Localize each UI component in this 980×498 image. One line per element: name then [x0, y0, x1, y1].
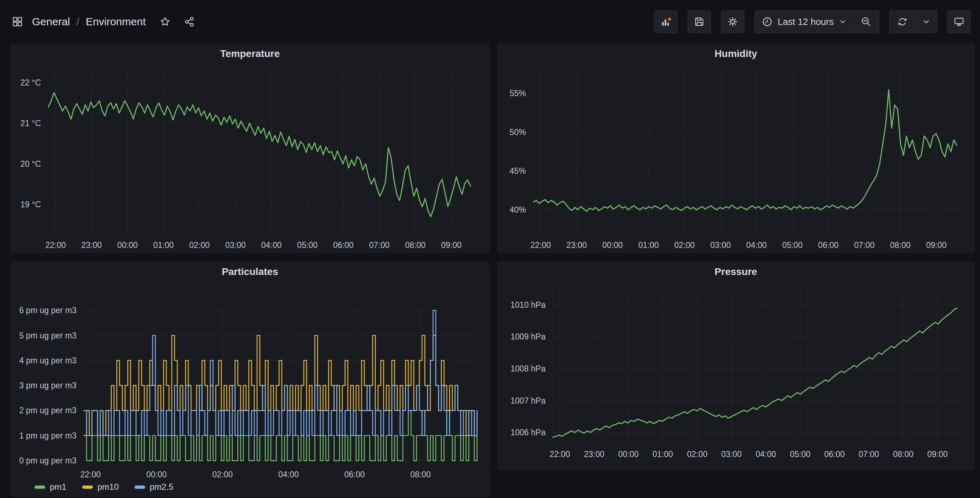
- legend-label: pm2.5: [150, 482, 173, 492]
- time-range-label: Last 12 hours: [778, 16, 834, 27]
- refresh-interval-dropdown[interactable]: [915, 11, 937, 33]
- svg-text:05:00: 05:00: [782, 241, 803, 250]
- svg-text:09:00: 09:00: [926, 241, 947, 250]
- svg-text:1009 hPa: 1009 hPa: [511, 332, 546, 341]
- clock-icon: [762, 16, 773, 27]
- svg-text:06:00: 06:00: [333, 241, 354, 250]
- svg-text:01:00: 01:00: [153, 241, 174, 250]
- svg-text:23:00: 23:00: [566, 241, 587, 250]
- chevron-down-icon: [923, 18, 930, 25]
- panel-particulates: Particulates 0 pm ug per m31 pm ug per m…: [11, 262, 489, 496]
- svg-text:08:00: 08:00: [890, 241, 911, 250]
- chart-svg: 40%45%50%55%22:0023:0000:0001:0002:0003:…: [498, 44, 974, 252]
- svg-text:08:00: 08:00: [405, 241, 426, 250]
- svg-text:00:00: 00:00: [618, 450, 639, 459]
- svg-text:01:00: 01:00: [638, 241, 659, 250]
- breadcrumb-separator: /: [76, 16, 80, 28]
- save-icon: [694, 16, 705, 27]
- add-panel-button[interactable]: [654, 10, 678, 33]
- save-dashboard-button[interactable]: [687, 10, 711, 33]
- svg-text:1008 hPa: 1008 hPa: [511, 364, 546, 374]
- svg-text:09:00: 09:00: [928, 450, 948, 459]
- dashboard-header: General / Environment: [0, 0, 980, 43]
- legend-item-pm10[interactable]: pm10: [82, 482, 119, 492]
- svg-text:02:00: 02:00: [687, 450, 708, 459]
- svg-text:22:00: 22:00: [45, 241, 66, 250]
- svg-text:04:00: 04:00: [746, 241, 767, 250]
- svg-text:05:00: 05:00: [790, 450, 811, 459]
- svg-text:55%: 55%: [509, 89, 526, 98]
- panel-humidity: Humidity 40%45%50%55%22:0023:0000:0001:0…: [498, 43, 974, 253]
- svg-text:04:00: 04:00: [278, 470, 299, 479]
- svg-text:2 pm ug per m3: 2 pm ug per m3: [19, 406, 76, 415]
- svg-text:07:00: 07:00: [369, 241, 390, 250]
- pressure-chart[interactable]: 1006 hPa1007 hPa1008 hPa1009 hPa1010 hPa…: [498, 262, 974, 470]
- svg-text:06:00: 06:00: [818, 241, 839, 250]
- svg-text:08:00: 08:00: [410, 470, 431, 479]
- svg-text:02:00: 02:00: [675, 241, 695, 250]
- svg-text:5 pm ug per m3: 5 pm ug per m3: [19, 331, 76, 340]
- zoom-out-button[interactable]: [853, 11, 879, 33]
- svg-text:03:00: 03:00: [225, 241, 246, 250]
- legend-item-pm1[interactable]: pm1: [35, 482, 67, 492]
- dashboard-toolbar: Last 12 hours: [654, 10, 971, 33]
- legend-label: pm10: [97, 482, 119, 492]
- svg-text:04:00: 04:00: [756, 450, 776, 459]
- svg-text:03:00: 03:00: [721, 450, 742, 459]
- breadcrumb: General / Environment: [9, 14, 197, 30]
- time-range-picker[interactable]: Last 12 hours: [755, 11, 853, 33]
- refresh-button[interactable]: [889, 11, 915, 33]
- legend-label: pm1: [50, 482, 67, 492]
- add-panel-icon: [660, 16, 671, 27]
- legend: pm1 pm10 pm2.5: [35, 482, 173, 492]
- svg-text:1006 hPa: 1006 hPa: [511, 428, 546, 437]
- tv-monitor-icon: [953, 16, 965, 27]
- panel-pressure: Pressure 1006 hPa1007 hPa1008 hPa1009 hP…: [498, 262, 974, 470]
- svg-text:00:00: 00:00: [118, 241, 138, 250]
- chart-svg: 0 pm ug per m31 pm ug per m32 pm ug per …: [11, 262, 489, 496]
- svg-text:21 °C: 21 °C: [20, 119, 41, 128]
- svg-text:06:00: 06:00: [824, 450, 845, 459]
- svg-text:45%: 45%: [509, 166, 526, 176]
- svg-text:00:00: 00:00: [146, 470, 167, 479]
- star-icon[interactable]: [157, 14, 173, 30]
- svg-text:22 °C: 22 °C: [20, 78, 41, 87]
- svg-text:01:00: 01:00: [652, 450, 673, 459]
- svg-text:1 pm ug per m3: 1 pm ug per m3: [19, 431, 76, 440]
- panel-temperature: Temperature 19 °C20 °C21 °C22 °C22:0023:…: [11, 43, 489, 253]
- svg-text:23:00: 23:00: [584, 450, 605, 459]
- svg-text:22:00: 22:00: [530, 241, 551, 250]
- svg-text:22:00: 22:00: [549, 450, 570, 459]
- temperature-chart[interactable]: 19 °C20 °C21 °C22 °C22:0023:0000:0001:00…: [11, 44, 489, 252]
- svg-text:4 pm ug per m3: 4 pm ug per m3: [19, 356, 76, 365]
- dashboard-settings-button[interactable]: [721, 10, 745, 33]
- svg-text:19 °C: 19 °C: [20, 200, 41, 209]
- svg-text:08:00: 08:00: [893, 450, 913, 459]
- svg-text:40%: 40%: [509, 205, 526, 214]
- breadcrumb-folder[interactable]: General: [32, 16, 70, 28]
- share-icon[interactable]: [181, 14, 197, 30]
- svg-text:07:00: 07:00: [859, 450, 879, 459]
- svg-text:3 pm ug per m3: 3 pm ug per m3: [19, 381, 76, 390]
- legend-item-pm2-5[interactable]: pm2.5: [135, 482, 173, 492]
- svg-text:00:00: 00:00: [603, 241, 623, 250]
- legend-swatch: [35, 485, 45, 489]
- breadcrumb-dashboard[interactable]: Environment: [86, 16, 146, 28]
- gear-icon: [727, 16, 738, 27]
- svg-text:6 pm ug per m3: 6 pm ug per m3: [19, 306, 76, 315]
- apps-grid-icon[interactable]: [9, 14, 25, 30]
- cycle-view-button[interactable]: [947, 10, 971, 33]
- zoom-out-icon: [861, 16, 872, 27]
- chart-svg: 1006 hPa1007 hPa1008 hPa1009 hPa1010 hPa…: [498, 262, 974, 470]
- chart-svg: 19 °C20 °C21 °C22 °C22:0023:0000:0001:00…: [11, 44, 489, 252]
- particulates-chart[interactable]: 0 pm ug per m31 pm ug per m32 pm ug per …: [11, 262, 489, 496]
- svg-text:1007 hPa: 1007 hPa: [511, 396, 546, 405]
- svg-text:06:00: 06:00: [344, 470, 365, 479]
- svg-text:03:00: 03:00: [710, 241, 731, 250]
- svg-text:22:00: 22:00: [80, 470, 101, 479]
- svg-text:07:00: 07:00: [854, 241, 875, 250]
- svg-text:23:00: 23:00: [81, 241, 102, 250]
- svg-text:04:00: 04:00: [261, 241, 282, 250]
- refresh-icon: [897, 16, 908, 27]
- humidity-chart[interactable]: 40%45%50%55%22:0023:0000:0001:0002:0003:…: [498, 44, 974, 252]
